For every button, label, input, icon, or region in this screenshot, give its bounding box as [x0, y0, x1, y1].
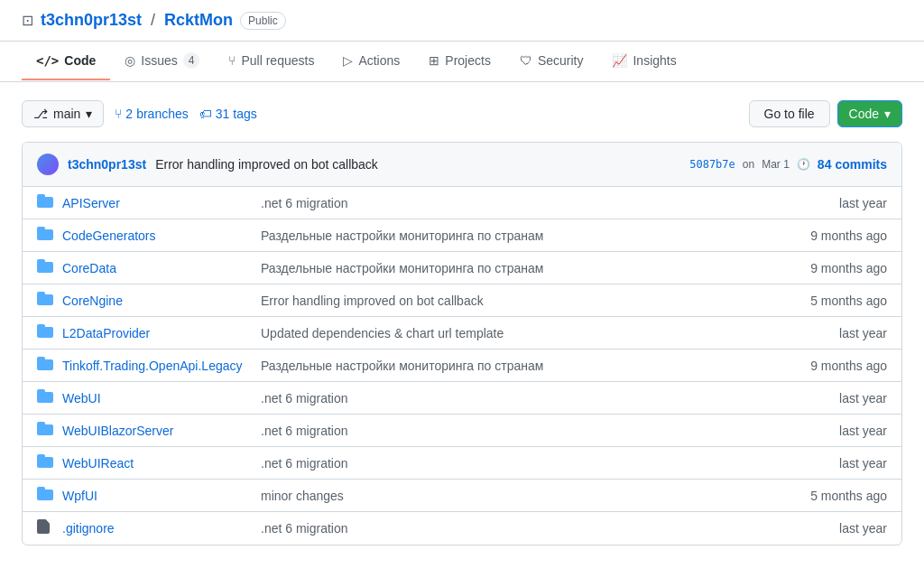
- projects-tab-label: Projects: [445, 53, 491, 68]
- file-icon: [37, 519, 59, 537]
- folder-icon: [37, 454, 59, 471]
- file-commit-message: Updated dependencies & chart url templat…: [261, 326, 779, 340]
- folder-icon: [37, 324, 59, 341]
- projects-tab-icon: ⊞: [429, 53, 439, 68]
- file-time: 5 months ago: [779, 294, 887, 308]
- branches-count: 2: [125, 107, 133, 121]
- tab-issues[interactable]: ◎ Issues 4: [110, 42, 214, 81]
- file-commit-message: Раздельные настройки мониторинга по стра…: [261, 228, 779, 243]
- table-row: CoreNgine Error handling improved on bot…: [23, 284, 901, 317]
- file-commit-message: .net 6 migration: [261, 521, 779, 536]
- file-name-link[interactable]: CoreNgine: [62, 294, 261, 308]
- file-name-link[interactable]: APIServer: [62, 196, 261, 210]
- repo-owner-link[interactable]: t3chn0pr13st: [41, 11, 142, 30]
- file-time: 5 months ago: [779, 489, 887, 503]
- issues-tab-label: Issues: [141, 53, 177, 68]
- file-name-link[interactable]: WpfUI: [62, 489, 261, 503]
- tags-link[interactable]: 🏷 31 tags: [199, 107, 257, 121]
- folder-icon: [37, 422, 59, 439]
- file-commit-message: Error handling improved on bot callback: [261, 294, 779, 308]
- toolbar-right: Go to file Code ▾: [749, 100, 903, 127]
- security-tab-label: Security: [538, 53, 584, 68]
- commit-hash-link[interactable]: 5087b7e: [689, 158, 735, 171]
- code-tab-icon: </>: [36, 53, 59, 68]
- repo-icon: ⊡: [22, 12, 33, 29]
- repo-separator: /: [151, 11, 155, 30]
- commits-label: commits: [835, 157, 887, 172]
- table-row: APIServer .net 6 migration last year: [23, 187, 901, 219]
- repo-name-link[interactable]: RcktMon: [164, 11, 233, 30]
- tab-code[interactable]: </> Code: [22, 42, 110, 80]
- tab-actions[interactable]: ▷ Actions: [328, 42, 414, 80]
- file-commit-message: Раздельные настройки мониторинга по стра…: [261, 261, 779, 275]
- branch-name: main: [53, 107, 80, 121]
- file-name-link[interactable]: WebUI: [62, 391, 261, 406]
- file-commit-message: .net 6 migration: [261, 196, 779, 210]
- insights-tab-label: Insights: [633, 53, 676, 68]
- folder-icon: [37, 357, 59, 374]
- nav-tabs: </> Code ◎ Issues 4 ⑂ Pull requests ▷ Ac…: [0, 42, 924, 82]
- file-time: last year: [779, 391, 887, 406]
- commit-author-link[interactable]: t3chn0pr13st: [68, 157, 146, 172]
- branches-link[interactable]: ⑂ 2 branches: [115, 107, 188, 121]
- tab-insights[interactable]: 📈 Insights: [597, 42, 690, 80]
- file-name-link[interactable]: WebUIBlazorServer: [62, 424, 261, 438]
- table-row: WebUI .net 6 migration last year: [23, 382, 901, 415]
- pull-requests-tab-icon: ⑂: [228, 53, 236, 68]
- file-time: last year: [779, 424, 887, 438]
- visibility-badge: Public: [240, 12, 286, 30]
- insights-tab-icon: 📈: [612, 53, 627, 68]
- tab-security[interactable]: 🛡 Security: [505, 42, 598, 80]
- file-time: 9 months ago: [779, 359, 887, 373]
- code-button-label: Code: [849, 107, 879, 121]
- branch-selector[interactable]: ⎇ main ▾: [22, 100, 104, 127]
- file-name-link[interactable]: L2DataProvider: [62, 326, 261, 340]
- code-button[interactable]: Code ▾: [837, 100, 902, 127]
- folder-icon: [37, 389, 59, 406]
- tags-label: tags: [233, 107, 256, 121]
- toolbar-left: ⎇ main ▾ ⑂ 2 branches 🏷 31 tags: [22, 100, 257, 127]
- repository-header: ⊡ t3chn0pr13st / RcktMon Public: [0, 0, 924, 42]
- file-name-link[interactable]: CodeGenerators: [62, 228, 261, 243]
- table-row: Tinkoff.Trading.OpenApi.Legacy Раздельны…: [23, 350, 901, 382]
- file-name-link[interactable]: Tinkoff.Trading.OpenApi.Legacy: [62, 359, 261, 373]
- commit-message: Error handling improved on bot callback: [155, 157, 680, 172]
- avatar: [37, 154, 59, 175]
- branch-dropdown-icon: ▾: [86, 107, 92, 121]
- file-time: last year: [779, 456, 887, 471]
- issues-count-badge: 4: [183, 52, 200, 69]
- tab-pull-requests[interactable]: ⑂ Pull requests: [214, 42, 328, 80]
- table-row: CodeGenerators Раздельные настройки мони…: [23, 219, 901, 252]
- file-commit-message: .net 6 migration: [261, 456, 779, 471]
- table-row: L2DataProvider Updated dependencies & ch…: [23, 317, 901, 350]
- folder-icon: [37, 259, 59, 276]
- folder-icon: [37, 487, 59, 504]
- table-row: WebUIBlazorServer .net 6 migration last …: [23, 415, 901, 447]
- table-row: .gitignore .net 6 migration last year: [23, 512, 901, 545]
- commits-count-link[interactable]: 84 commits: [818, 157, 887, 172]
- file-time: last year: [779, 326, 887, 340]
- actions-tab-icon: ▷: [343, 53, 353, 68]
- file-name-link[interactable]: WebUIReact: [62, 456, 261, 471]
- main-content: ⎇ main ▾ ⑂ 2 branches 🏷 31 tags Go to fi…: [0, 82, 924, 564]
- code-button-dropdown-icon: ▾: [884, 107, 891, 121]
- file-explorer: t3chn0pr13st Error handling improved on …: [22, 142, 902, 545]
- latest-commit-bar: t3chn0pr13st Error handling improved on …: [23, 143, 901, 187]
- folder-icon: [37, 292, 59, 309]
- file-name-link[interactable]: .gitignore: [62, 521, 261, 536]
- table-row: WpfUI minor changes 5 months ago: [23, 480, 901, 512]
- table-row: CoreData Раздельные настройки мониторинг…: [23, 252, 901, 284]
- folder-icon: [37, 194, 59, 211]
- security-tab-icon: 🛡: [520, 53, 532, 68]
- file-list: APIServer .net 6 migration last year Cod…: [23, 187, 901, 545]
- commits-count: 84: [818, 157, 832, 172]
- branch-icon: ⎇: [33, 107, 48, 121]
- file-time: 9 months ago: [779, 228, 887, 243]
- file-name-link[interactable]: CoreData: [62, 261, 261, 275]
- branches-label: branches: [136, 107, 189, 121]
- tab-projects[interactable]: ⊞ Projects: [414, 42, 505, 80]
- file-commit-message: .net 6 migration: [261, 424, 779, 438]
- go-to-file-button[interactable]: Go to file: [749, 100, 830, 127]
- file-time: last year: [779, 521, 887, 536]
- commit-date: Mar 1: [762, 158, 790, 171]
